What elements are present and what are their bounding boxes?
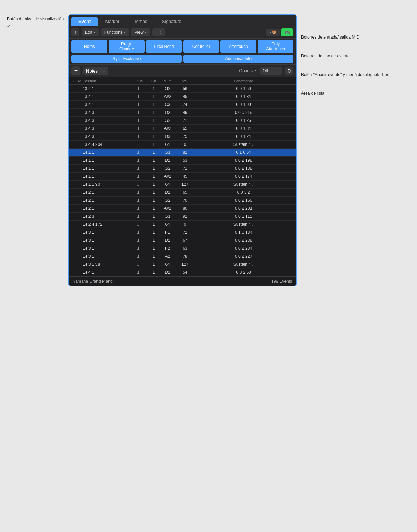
cell-ch: 1 bbox=[148, 150, 159, 155]
view-menu-button[interactable]: View ▾ bbox=[131, 28, 150, 36]
table-row[interactable]: 13 4 1♩1C3740 0 1 90 bbox=[69, 101, 296, 109]
cell-position: 14 3 1 58 bbox=[83, 262, 128, 267]
col-status: …tus bbox=[128, 79, 148, 83]
cell-num: G2 bbox=[159, 166, 176, 171]
cell-length: 0 0 1 84 bbox=[194, 94, 293, 99]
table-row[interactable]: 14 3 1♩1F2630 0 2 234 bbox=[69, 244, 296, 252]
tab-signature[interactable]: Signature bbox=[155, 17, 188, 26]
table-row[interactable]: 14 2 1♩1A#2800 0 2 201 bbox=[69, 205, 296, 213]
table-row[interactable]: 14 3 1♩1F1720 1 0 134 bbox=[69, 228, 296, 236]
view-label: View bbox=[135, 30, 144, 35]
table-row[interactable]: 14 1 1 90↓164127Sustain ⌃⌄ bbox=[69, 181, 296, 189]
cell-status: ♩ bbox=[128, 126, 148, 131]
col-l: L bbox=[71, 79, 77, 83]
table-row[interactable]: 14 1 1♩1D2530 0 2 198 bbox=[69, 157, 296, 165]
table-row[interactable]: 14 1 1♩1A#2450 0 2 174 bbox=[69, 173, 296, 181]
cell-ch: 1 bbox=[148, 214, 159, 219]
cell-position: 14 3 1 bbox=[83, 238, 128, 243]
add-event-button[interactable]: + bbox=[71, 66, 80, 75]
q-button[interactable]: Q bbox=[285, 67, 293, 75]
table-row[interactable]: 14 4 1♩1D2540 0 2 53 bbox=[69, 268, 296, 276]
midi-in-button[interactable]: > 🎨 bbox=[266, 29, 280, 36]
event-type-syst-exclusive[interactable]: Syst. Exclusive bbox=[71, 55, 182, 63]
cell-status: ♩ bbox=[128, 118, 148, 123]
cell-val: 78 bbox=[176, 254, 194, 259]
left-annotation-text: Botón de nivel de visualización bbox=[7, 17, 64, 22]
event-type-aftertouch[interactable]: Aftertouch bbox=[220, 40, 256, 53]
event-type-bar: Notes Progr. Change Pitch Bend Controlle… bbox=[69, 39, 296, 65]
table-row[interactable]: 13 4 1♩1A#2450 0 1 84 bbox=[69, 93, 296, 101]
table-row[interactable]: 14 3 1 58↓164127Sustain ⌃⌄ bbox=[69, 260, 296, 268]
table-row[interactable]: 14 1 1♩1G2710 0 2 188 bbox=[69, 165, 296, 173]
event-list-panel: Event Marker Tempo Signature ↑ Edit ▾ Fu… bbox=[68, 14, 297, 286]
cell-status: ♩ bbox=[128, 174, 148, 179]
tune-button[interactable]: ⋮⟩ bbox=[152, 28, 165, 36]
event-type-notes[interactable]: Notes bbox=[71, 40, 107, 53]
cell-val: 71 bbox=[176, 166, 194, 171]
functions-menu-button[interactable]: Functions ▾ bbox=[101, 28, 129, 36]
cell-status: ♩ bbox=[128, 198, 148, 203]
add-event-bar: + Notes ⌃⌄ Quantize: Off ⌃⌄ Q bbox=[69, 65, 296, 77]
table-header: L M Position …tus Ch Num Val Length/Info bbox=[69, 77, 296, 85]
cell-ch: 1 bbox=[148, 142, 159, 147]
cell-val: 65 bbox=[176, 190, 194, 195]
cell-length: 0 1 0 54 bbox=[194, 150, 293, 155]
level-view-button[interactable]: ↑ bbox=[71, 28, 79, 36]
cell-position: 14 1 1 bbox=[83, 158, 128, 163]
tab-event[interactable]: Event bbox=[71, 17, 97, 26]
right-annotations: Botones de entrada/ salida MIDI Botones … bbox=[301, 14, 364, 96]
table-row[interactable]: 13 4 1♩1G2560 0 1 50 bbox=[69, 85, 296, 93]
midi-arrow-icon: > bbox=[269, 30, 271, 34]
tab-tempo[interactable]: Tempo bbox=[127, 17, 154, 26]
event-type-dropdown[interactable]: Notes ⌃⌄ bbox=[83, 67, 108, 75]
tab-bar: Event Marker Tempo Signature bbox=[69, 15, 296, 26]
table-row[interactable]: 13 4 3♩1A#2650 0 1 34 bbox=[69, 125, 296, 133]
cell-num: G2 bbox=[159, 198, 176, 203]
cell-val: 56 bbox=[176, 86, 194, 91]
cell-val: 74 bbox=[176, 102, 194, 107]
table-row[interactable]: 14 2 1♩1D2650 0 3 2 bbox=[69, 189, 296, 197]
event-type-poly-aftertouch[interactable]: Poly Aftertouch bbox=[258, 40, 293, 53]
table-row[interactable]: 13 4 3♩1D3750 0 1 24 bbox=[69, 133, 296, 141]
cell-val: 54 bbox=[176, 270, 194, 275]
cell-ch: 1 bbox=[148, 222, 159, 227]
toolbar: ↑ Edit ▾ Functions ▾ View ▾ ⋮⟩ > 🎨 bbox=[69, 26, 296, 39]
event-type-controller[interactable]: Controller bbox=[183, 40, 219, 53]
event-type-progr-change[interactable]: Progr. Change bbox=[109, 40, 144, 53]
event-type-additional-info[interactable]: Additional Info bbox=[183, 55, 293, 63]
col-num: Num bbox=[159, 79, 176, 83]
midi-out-button[interactable]: 🎮 bbox=[281, 28, 293, 36]
cell-length: 0 0 1 26 bbox=[194, 118, 293, 123]
cell-position: 14 2 1 bbox=[83, 198, 128, 203]
functions-chevron-icon: ▾ bbox=[124, 31, 126, 34]
cell-status: ♩ bbox=[128, 94, 148, 99]
cell-status: ♩ bbox=[128, 253, 148, 259]
table-row[interactable]: 14 2 1♩1G2700 0 2 156 bbox=[69, 197, 296, 205]
annot-midi-io: Botones de entrada/ salida MIDI bbox=[301, 35, 364, 40]
cell-val: 67 bbox=[176, 238, 194, 243]
cell-status: ♩ bbox=[128, 158, 148, 163]
table-row[interactable]: 14 3 1♩1A2780 0 2 227 bbox=[69, 252, 296, 260]
table-row[interactable]: 14 1 1♩1G1820 1 0 54 bbox=[69, 149, 296, 157]
table-row[interactable]: 13 4 3♩1D2490 0 0 219 bbox=[69, 109, 296, 117]
cell-position: 13 4 1 bbox=[83, 94, 128, 99]
cell-num: 64 bbox=[159, 262, 176, 267]
cell-ch: 1 bbox=[148, 254, 159, 259]
cell-position: 14 1 1 bbox=[83, 166, 128, 171]
event-type-pitch-bend[interactable]: Pitch Bend bbox=[146, 40, 182, 53]
table-row[interactable]: 14 3 1♩1D2670 0 2 238 bbox=[69, 236, 296, 244]
cell-length: 0 0 2 188 bbox=[194, 166, 293, 171]
cell-length: 0 0 1 115 bbox=[194, 214, 293, 219]
cell-num: G2 bbox=[159, 86, 176, 91]
table-row[interactable]: 13 4 4 204↓1640Sustain ⌃⌄ bbox=[69, 141, 296, 149]
table-row[interactable]: 14 2 3♩1G1920 0 1 115 bbox=[69, 213, 296, 221]
quantize-dropdown[interactable]: Off ⌃⌄ bbox=[260, 67, 282, 75]
cell-status: ♩ bbox=[128, 134, 148, 139]
edit-menu-button[interactable]: Edit ▾ bbox=[82, 28, 99, 36]
tab-marker[interactable]: Marker bbox=[99, 17, 126, 26]
cell-num: 64 bbox=[159, 142, 176, 147]
cell-status: ♩ bbox=[128, 166, 148, 171]
cell-position: 14 3 1 bbox=[83, 246, 128, 251]
table-row[interactable]: 14 2 4 172↓1640Sustain ⌃⌄ bbox=[69, 221, 296, 228]
table-row[interactable]: 13 4 3♩1G2710 0 1 26 bbox=[69, 117, 296, 125]
